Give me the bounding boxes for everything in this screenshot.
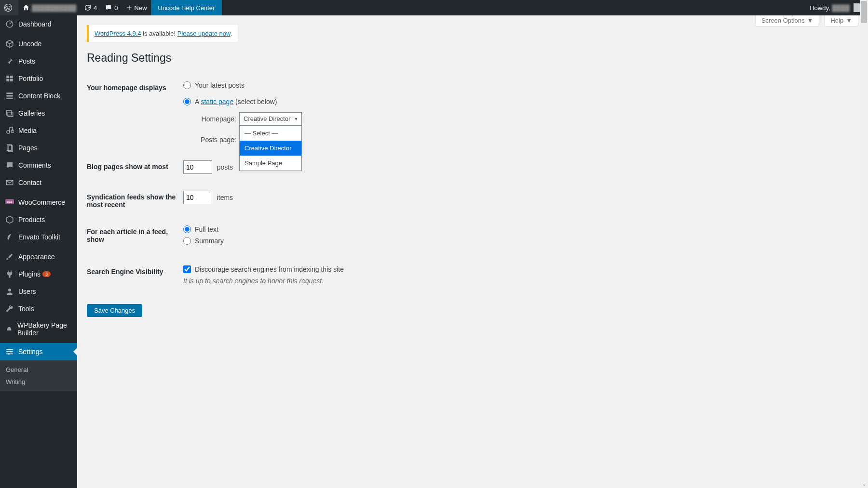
homepage-select-label: Homepage:	[193, 115, 236, 123]
blog-pages-input[interactable]	[183, 160, 212, 174]
submenu-item-general[interactable]: General	[0, 364, 77, 376]
svg-point-18	[8, 289, 11, 291]
homepage-select[interactable]: Creative Director	[239, 112, 302, 125]
radio-static-page[interactable]	[183, 98, 191, 106]
sidebar-item-plugins[interactable]: Plugins3	[0, 265, 77, 283]
syndication-label: Syndication feeds show the most recent	[87, 184, 183, 218]
sidebar-item-label: Media	[18, 127, 37, 134]
svg-point-22	[8, 349, 9, 350]
wp-logo[interactable]	[0, 0, 18, 15]
svg-rect-4	[6, 79, 9, 81]
scroll-down-icon[interactable]: ⌄	[860, 480, 868, 488]
syndication-suffix: items	[217, 194, 233, 201]
updates-link[interactable]: 4	[80, 0, 101, 15]
wp-version-link[interactable]: WordPress 4.9.4	[95, 30, 141, 37]
radio-summary[interactable]	[183, 237, 191, 245]
gallery-icon	[5, 108, 14, 118]
screen-options-tab[interactable]: Screen Options ▼	[755, 15, 819, 26]
homepage-option[interactable]: Sample Page	[240, 156, 301, 171]
sidebar-item-pages[interactable]: Pages	[0, 139, 77, 157]
sidebar-item-label: Comments	[18, 161, 51, 169]
site-name: ██████████	[32, 4, 76, 12]
radio-latest-label: Your latest posts	[195, 81, 244, 89]
sidebar-item-woocommerce[interactable]: wooWooCommerce	[0, 194, 77, 211]
sidebar-item-settings[interactable]: Settings	[0, 343, 77, 360]
sidebar-item-products[interactable]: Products	[0, 211, 77, 228]
site-link[interactable]: ██████████	[18, 0, 80, 15]
main-content: Screen Options ▼ Help ▼ WordPress 4.9.4 …	[77, 15, 868, 488]
user-icon	[5, 287, 14, 296]
svg-rect-9	[6, 111, 12, 115]
svg-rect-5	[10, 79, 13, 81]
account-link[interactable]: Howdy, ████	[810, 0, 868, 15]
radio-full-text[interactable]	[183, 225, 191, 233]
submenu-item-writing[interactable]: Writing	[0, 376, 77, 388]
sidebar-item-contact[interactable]: Contact	[0, 174, 77, 191]
sidebar-item-uncode[interactable]: Uncode	[0, 35, 77, 53]
help-tab[interactable]: Help ▼	[824, 15, 858, 26]
save-button[interactable]: Save Changes	[87, 304, 142, 317]
help-label: Help	[830, 17, 843, 24]
svg-rect-8	[6, 98, 13, 99]
sidebar-item-label: Tools	[18, 305, 34, 313]
chevron-down-icon: ▼	[807, 17, 814, 24]
sidebar-item-label: Dashboard	[18, 20, 52, 28]
sidebar-item-label: Products	[18, 216, 45, 224]
static-page-link[interactable]: static page	[201, 98, 233, 106]
sidebar-item-media[interactable]: Media	[0, 122, 77, 139]
greeting-text: Howdy,	[810, 4, 830, 12]
user-name: ████	[832, 4, 850, 12]
svg-rect-10	[8, 112, 13, 117]
page-title: Reading Settings	[87, 52, 858, 65]
comments-link[interactable]: 0	[101, 0, 122, 15]
comment-icon	[105, 4, 112, 12]
sidebar-item-content-block[interactable]: Content Block	[0, 87, 77, 105]
feed-article-label: For each article in a feed, show	[87, 218, 183, 258]
uncode-help-link[interactable]: Uncode Help Center	[151, 0, 222, 15]
plugin-update-badge: 3	[42, 271, 51, 277]
sidebar-item-envato-toolkit[interactable]: Envato Toolkit	[0, 228, 77, 246]
syndication-input[interactable]	[183, 191, 212, 204]
scrollbar[interactable]: ⌄	[860, 0, 868, 488]
homepage-option[interactable]: — Select —	[240, 126, 301, 141]
sidebar-item-dashboard[interactable]: Dashboard	[0, 15, 77, 33]
seo-description: It is up to search engines to honor this…	[183, 277, 854, 285]
box-icon	[5, 39, 14, 49]
radio-static-label: A static page (select below)	[195, 98, 277, 106]
wpb-icon	[5, 324, 14, 334]
radio-latest-posts[interactable]	[183, 81, 191, 89]
dashboard-icon	[5, 19, 14, 29]
svg-point-24	[8, 353, 10, 355]
svg-rect-7	[6, 95, 13, 97]
sidebar-item-users[interactable]: Users	[0, 283, 77, 300]
homepage-option[interactable]: Creative Director	[240, 141, 301, 156]
sidebar-item-wpbakery-page-builder[interactable]: WPBakery Page Builder	[0, 317, 77, 341]
sidebar-item-label: Content Block	[18, 92, 60, 100]
notice-tail: .	[231, 30, 232, 37]
sidebar-item-posts[interactable]: Posts	[0, 53, 77, 70]
blog-pages-label: Blog pages show at most	[87, 153, 183, 184]
new-label: New	[135, 4, 147, 12]
sidebar-item-label: Portfolio	[18, 75, 43, 82]
sidebar-item-portfolio[interactable]: Portfolio	[0, 70, 77, 87]
new-link[interactable]: New	[122, 0, 151, 15]
updates-count: 4	[94, 4, 97, 12]
mail-icon	[5, 178, 14, 187]
homepage-select-menu: — Select —Creative DirectorSample Page	[239, 125, 302, 171]
svg-rect-6	[6, 92, 13, 94]
sidebar-item-appearance[interactable]: Appearance	[0, 248, 77, 265]
sidebar-item-comments[interactable]: Comments	[0, 157, 77, 174]
radio-full-label: Full text	[195, 225, 218, 233]
blocks-icon	[5, 91, 14, 101]
update-now-link[interactable]: Please update now	[177, 30, 231, 37]
comment-icon	[5, 160, 14, 170]
sidebar-item-galleries[interactable]: Galleries	[0, 105, 77, 122]
sidebar-item-tools[interactable]: Tools	[0, 300, 77, 317]
homepage-select-value: Creative Director	[244, 115, 291, 122]
refresh-icon	[84, 4, 92, 12]
seo-discourage-checkbox[interactable]	[183, 265, 191, 273]
svg-rect-20	[6, 351, 13, 352]
scrollbar-thumb[interactable]	[861, 1, 867, 23]
home-icon	[22, 4, 30, 12]
seo-visibility-label: Search Engine Visibility	[87, 258, 183, 294]
